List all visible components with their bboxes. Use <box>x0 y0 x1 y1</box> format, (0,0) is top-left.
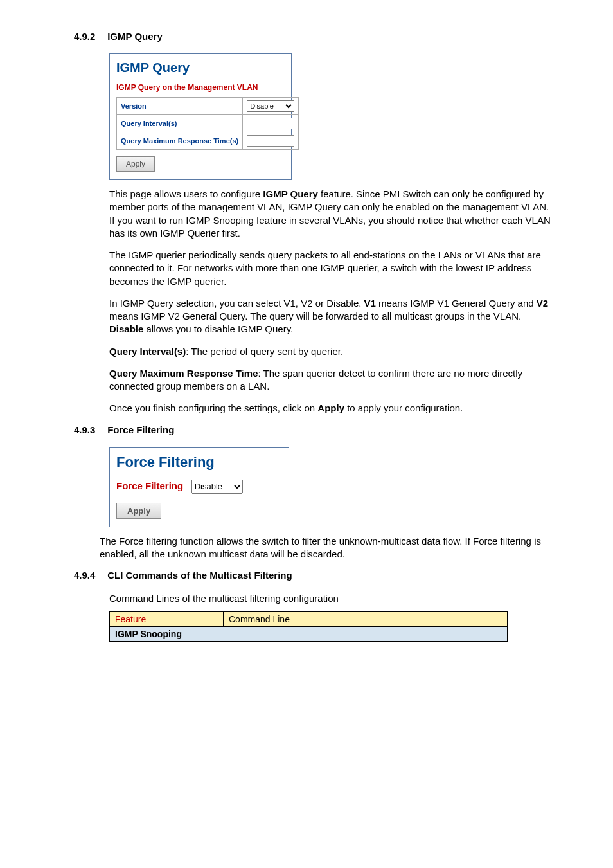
version-select[interactable]: Disable <box>247 100 294 112</box>
command-header: Command Line <box>224 612 508 627</box>
paragraph: Command Lines of the multicast filtering… <box>109 592 552 605</box>
section-number: 4.9.2 <box>74 31 105 42</box>
text: Query Maximum Response Time <box>109 368 258 379</box>
paragraph: The IGMP querier periodically sends quer… <box>109 249 552 288</box>
text: Apply <box>317 402 344 413</box>
panel-subtitle: IGMP Query on the Management VLAN <box>116 83 285 92</box>
text: allows you to disable IGMP Query. <box>143 323 293 334</box>
apply-button[interactable]: Apply <box>116 156 155 172</box>
force-filtering-panel: Force Filtering Force Filtering Disable … <box>109 447 289 527</box>
text: IGMP Query <box>263 188 318 199</box>
paragraph: In IGMP Query selection, you can select … <box>109 297 552 336</box>
section-number: 4.9.4 <box>74 570 105 581</box>
text: In IGMP Query selection, you can select … <box>109 298 364 309</box>
paragraph: This page allows users to configure IGMP… <box>109 188 552 240</box>
query-interval-label: Query Interval(s) <box>117 115 243 132</box>
force-filtering-row: Force Filtering Disable <box>116 480 282 494</box>
force-filtering-label: Force Filtering <box>116 480 183 491</box>
feature-header: Feature <box>110 612 224 627</box>
text: means IGMP V1 General Query and <box>376 298 537 309</box>
text: This page allows users to configure <box>109 188 263 199</box>
max-response-input[interactable] <box>247 135 294 147</box>
text: : The period of query sent by querier. <box>186 346 343 357</box>
section-title: Force Filtering <box>107 424 174 435</box>
command-table: Feature Command Line IGMP Snooping <box>109 611 508 642</box>
table-row: Feature Command Line <box>110 612 508 627</box>
section-number: 4.9.3 <box>74 424 105 435</box>
paragraph: The Force filtering function allows the … <box>100 535 552 561</box>
force-filtering-select[interactable]: Disable <box>191 480 243 494</box>
paragraph: Query Interval(s): The period of query s… <box>109 345 552 358</box>
query-interval-input[interactable] <box>247 118 294 129</box>
section-title: CLI Commands of the Multicast Filtering <box>107 570 292 581</box>
section-heading-492: 4.9.2 IGMP Query <box>74 31 552 42</box>
panel-title: IGMP Query <box>116 60 285 75</box>
apply-button[interactable]: Apply <box>116 503 161 519</box>
version-label: Version <box>117 98 243 115</box>
text: to apply your configuration. <box>344 402 463 413</box>
table-row: Query Maximum Response Time(s) <box>117 132 299 150</box>
section-heading-493: 4.9.3 Force Filtering <box>74 424 552 435</box>
section-title: IGMP Query <box>107 31 163 42</box>
table-row: Query Interval(s) <box>117 115 299 132</box>
text: V2 <box>537 298 548 309</box>
page: 4.9.2 IGMP Query IGMP Query IGMP Query o… <box>0 0 613 868</box>
text: means IGMP V2 General Query. The query w… <box>109 311 521 321</box>
paragraph: Query Maximum Response Time: The span qu… <box>109 367 552 393</box>
text: Query Interval(s) <box>109 346 186 357</box>
igmp-snooping-row: IGMP Snooping <box>110 627 508 642</box>
text: Once you finish configuring the settings… <box>109 402 317 413</box>
text: Disable <box>109 323 143 334</box>
text: V1 <box>364 298 376 309</box>
max-response-label: Query Maximum Response Time(s) <box>117 132 243 150</box>
igmp-query-panel: IGMP Query IGMP Query on the Management … <box>109 53 292 180</box>
panel-title: Force Filtering <box>116 454 282 471</box>
igmp-settings-table: Version Disable Query Interval(s) Query … <box>116 97 299 150</box>
table-row: IGMP Snooping <box>110 627 508 642</box>
section-heading-494: 4.9.4 CLI Commands of the Multicast Filt… <box>74 570 552 581</box>
table-row: Version Disable <box>117 98 299 115</box>
paragraph: Once you finish configuring the settings… <box>109 402 552 415</box>
